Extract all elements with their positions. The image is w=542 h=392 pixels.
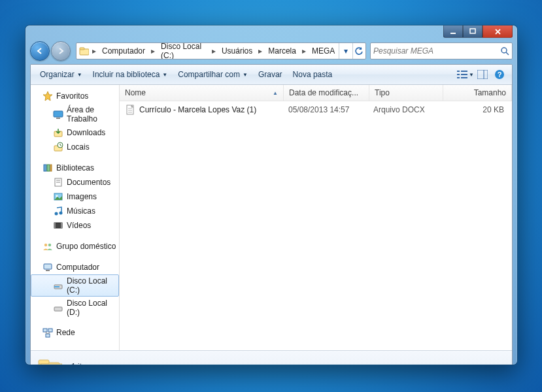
- recent-icon: [53, 142, 63, 152]
- minimize-button[interactable]: [443, 25, 463, 38]
- new-folder-button[interactable]: Nova pasta: [288, 68, 338, 81]
- sidebar-computer-header[interactable]: Computador: [31, 260, 119, 274]
- burn-button[interactable]: Gravar: [253, 68, 288, 81]
- svg-rect-12: [477, 70, 488, 79]
- svg-rect-22: [44, 165, 46, 171]
- file-list-area: Nome ▲ Data de modificaç... Tipo Tamanho…: [120, 85, 512, 350]
- folder-icon: [78, 46, 89, 56]
- music-icon: [53, 206, 63, 216]
- drive-icon: [53, 302, 63, 313]
- svg-text:?: ?: [498, 71, 502, 78]
- computer-icon: [42, 262, 53, 272]
- svg-rect-0: [450, 33, 456, 34]
- status-item-count: 1 item: [71, 362, 93, 365]
- sidebar-libraries-header[interactable]: Bibliotecas: [31, 161, 119, 175]
- chevron-down-icon: ▼: [77, 72, 82, 78]
- chevron-right-icon: ▸: [300, 46, 308, 56]
- sidebar-item[interactable]: Disco Local (D:): [31, 297, 119, 319]
- refresh-button[interactable]: [352, 43, 365, 59]
- history-dropdown[interactable]: ▾: [339, 43, 352, 59]
- organize-menu[interactable]: Organizar▼: [35, 68, 88, 81]
- svg-rect-8: [457, 74, 460, 75]
- svg-rect-37: [44, 264, 52, 269]
- window-chrome: ▸ Computador ▸ Disco Local (C:) ▸ Usuári…: [25, 25, 517, 365]
- svg-point-4: [501, 48, 507, 53]
- close-button[interactable]: [483, 25, 513, 38]
- svg-rect-38: [46, 270, 50, 271]
- column-headers: Nome ▲ Data de modificaç... Tipo Tamanho: [120, 85, 512, 101]
- forward-button[interactable]: [51, 41, 71, 61]
- homegroup-icon: [42, 241, 53, 252]
- sidebar-item[interactable]: Músicas: [31, 204, 119, 218]
- view-options-button[interactable]: ▼: [457, 67, 474, 82]
- sidebar-item[interactable]: Imagens: [31, 189, 119, 204]
- column-header-name[interactable]: Nome ▲: [120, 85, 284, 101]
- sidebar-item[interactable]: Documentos: [31, 175, 119, 189]
- chevron-down-icon: ▼: [243, 72, 248, 78]
- videos-icon: [53, 220, 63, 231]
- svg-rect-41: [54, 307, 62, 311]
- sort-asc-icon: ▲: [273, 90, 278, 96]
- folder-large-icon: [36, 353, 62, 365]
- back-button[interactable]: [30, 41, 50, 61]
- sidebar-item[interactable]: Vídeos: [31, 218, 119, 233]
- help-button[interactable]: ?: [491, 67, 508, 82]
- libraries-icon: [42, 163, 53, 173]
- chevron-down-icon: ▼: [469, 72, 474, 78]
- svg-point-31: [59, 212, 63, 215]
- svg-point-36: [48, 244, 51, 246]
- pictures-icon: [53, 191, 63, 202]
- svg-rect-43: [48, 329, 52, 332]
- breadcrumb-segment[interactable]: MEGA: [308, 43, 339, 59]
- svg-rect-6: [457, 71, 460, 72]
- details-pane: 1 item: [31, 350, 512, 365]
- chevron-down-icon: ▼: [162, 72, 167, 78]
- svg-rect-3: [80, 48, 84, 50]
- preview-pane-button[interactable]: [474, 67, 491, 82]
- breadcrumb[interactable]: ▸ Computador ▸ Disco Local (C:) ▸ Usuári…: [76, 42, 366, 59]
- search-input[interactable]: Pesquisar MEGA: [370, 42, 513, 59]
- sidebar-item[interactable]: Área de Trabalho: [31, 103, 119, 125]
- svg-point-29: [56, 195, 58, 197]
- svg-line-5: [506, 52, 509, 55]
- explorer-window: ▸ Computador ▸ Disco Local (C:) ▸ Usuári…: [25, 25, 518, 365]
- maximize-button[interactable]: [463, 25, 483, 38]
- sidebar-item[interactable]: Downloads: [31, 125, 119, 140]
- share-with-menu[interactable]: Compartilhar com▼: [173, 68, 253, 81]
- network-icon: [42, 327, 53, 338]
- sidebar-item[interactable]: Locais: [31, 140, 119, 154]
- search-icon: [500, 46, 509, 56]
- svg-marker-16: [43, 91, 52, 101]
- svg-rect-24: [50, 165, 52, 171]
- column-header-size[interactable]: Tamanho: [443, 85, 512, 101]
- include-library-menu[interactable]: Incluir na biblioteca▼: [88, 68, 173, 81]
- column-header-modified[interactable]: Data de modificaç...: [284, 85, 369, 101]
- svg-rect-34: [61, 223, 62, 228]
- file-list[interactable]: Currículo - Marcela Lopes Vaz (1) 05/08/…: [120, 101, 512, 350]
- svg-rect-9: [461, 74, 467, 75]
- breadcrumb-segment[interactable]: Computador: [98, 43, 149, 59]
- column-header-type[interactable]: Tipo: [369, 85, 443, 101]
- chevron-right-icon: ▸: [256, 46, 264, 56]
- breadcrumb-segment[interactable]: Marcela: [264, 43, 300, 59]
- svg-rect-7: [461, 71, 467, 72]
- docx-icon: [125, 105, 135, 115]
- svg-rect-11: [461, 77, 467, 78]
- drive-icon: [53, 280, 63, 291]
- content-area: Organizar▼ Incluir na biblioteca▼ Compar…: [30, 64, 513, 365]
- file-row[interactable]: Currículo - Marcela Lopes Vaz (1) 05/08/…: [120, 103, 512, 117]
- file-size: 20 KB: [441, 105, 509, 114]
- navigation-pane: Favoritos Área de Trabalho Downloads: [31, 85, 120, 350]
- svg-rect-33: [54, 223, 56, 228]
- svg-point-35: [44, 244, 47, 246]
- sidebar-favorites-header[interactable]: Favoritos: [31, 89, 119, 103]
- file-name: Currículo - Marcela Lopes Vaz (1): [139, 105, 256, 114]
- breadcrumb-segment[interactable]: Disco Local (C:): [157, 43, 210, 59]
- svg-rect-40: [54, 286, 59, 287]
- sidebar-item-selected[interactable]: Disco Local (C:): [31, 274, 119, 297]
- file-type: Arquivo DOCX: [368, 105, 441, 114]
- breadcrumb-segment[interactable]: Usuários: [218, 43, 256, 59]
- sidebar-network-header[interactable]: Rede: [31, 325, 119, 340]
- sidebar-homegroup-header[interactable]: Grupo doméstico: [31, 239, 119, 253]
- search-placeholder: Pesquisar MEGA: [373, 46, 433, 56]
